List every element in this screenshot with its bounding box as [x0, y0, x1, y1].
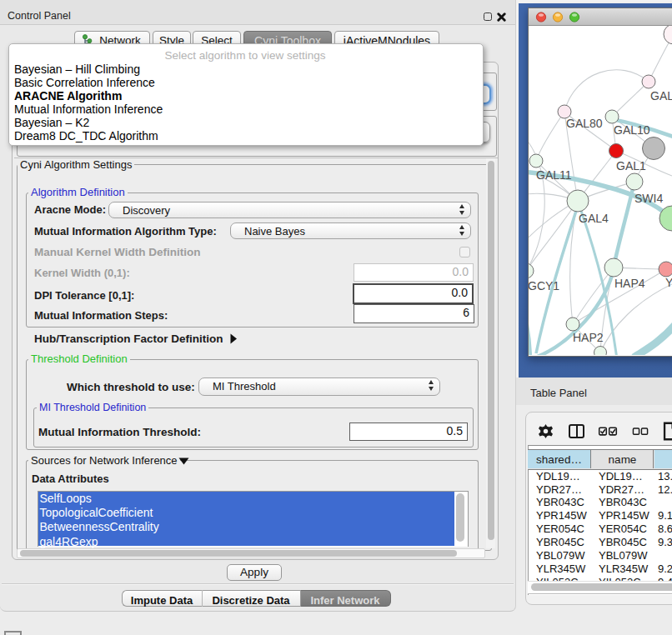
svg-text:GAL1: GAL1 [616, 159, 646, 172]
svg-text:GAL10: GAL10 [614, 123, 650, 137]
svg-text:GAL11: GAL11 [536, 168, 572, 182]
svg-text:GAL7: GAL7 [650, 89, 672, 102]
svg-text:HAP4: HAP4 [614, 277, 645, 290]
svg-text:GAL80: GAL80 [566, 117, 603, 130]
svg-text:HAP2: HAP2 [573, 331, 604, 344]
svg-text:Y: Y [665, 276, 672, 289]
svg-text:GAL4: GAL4 [579, 212, 609, 225]
svg-text:GCY1: GCY1 [529, 279, 559, 292]
svg-text:SWI4: SWI4 [634, 192, 663, 205]
